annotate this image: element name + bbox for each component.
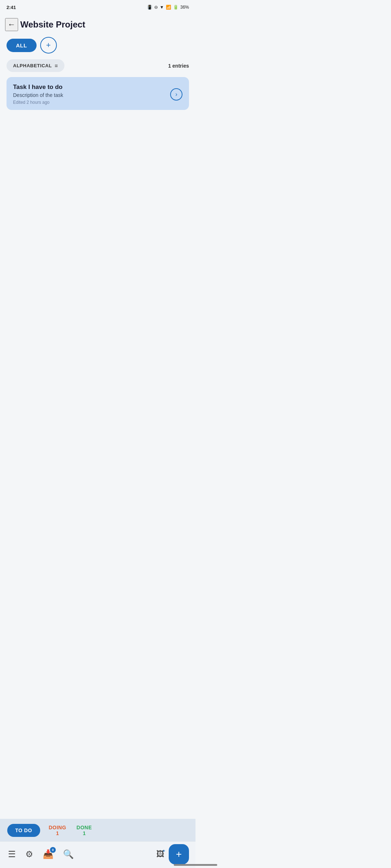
task-meta: Edited 2 hours ago bbox=[13, 100, 166, 105]
chevron-right-icon: › bbox=[175, 91, 177, 98]
vibrate-icon: 📳 bbox=[147, 5, 152, 10]
back-button[interactable]: ← bbox=[5, 18, 18, 31]
filter-row: ALL + bbox=[0, 35, 196, 57]
sort-row: ALPHABETICAL ≡ 1 entries bbox=[0, 57, 196, 76]
status-bar: 2:41 📳 ⊖ ▼ 📶 🔋 36% bbox=[0, 0, 196, 14]
wifi-icon: ▼ bbox=[160, 5, 164, 10]
page-title: Website Project bbox=[20, 20, 85, 30]
sort-label: ALPHABETICAL bbox=[13, 63, 52, 68]
signal-icon: 📶 bbox=[166, 5, 171, 10]
empty-area bbox=[0, 116, 196, 290]
battery-icon: 🔋 bbox=[173, 5, 178, 10]
add-filter-button[interactable]: + bbox=[40, 37, 57, 54]
task-description: Description of the task bbox=[13, 92, 166, 98]
task-detail-arrow[interactable]: › bbox=[170, 88, 182, 101]
plus-icon: + bbox=[46, 41, 51, 50]
back-arrow-icon: ← bbox=[8, 20, 16, 29]
task-list: Task I have to do Description of the tas… bbox=[0, 76, 196, 116]
task-card[interactable]: Task I have to do Description of the tas… bbox=[7, 77, 189, 110]
task-card-content: Task I have to do Description of the tas… bbox=[13, 84, 166, 105]
battery-percent: 36% bbox=[180, 5, 189, 10]
sort-icon: ≡ bbox=[55, 63, 58, 69]
task-title: Task I have to do bbox=[13, 84, 166, 91]
status-time: 2:41 bbox=[7, 5, 16, 10]
dnd-icon: ⊖ bbox=[154, 5, 158, 10]
entries-count: 1 entries bbox=[168, 63, 189, 69]
status-icons: 📳 ⊖ ▼ 📶 🔋 36% bbox=[147, 5, 189, 10]
header: ← Website Project bbox=[0, 14, 196, 35]
sort-button[interactable]: ALPHABETICAL ≡ bbox=[7, 59, 64, 72]
filter-all-button[interactable]: ALL bbox=[7, 39, 37, 52]
